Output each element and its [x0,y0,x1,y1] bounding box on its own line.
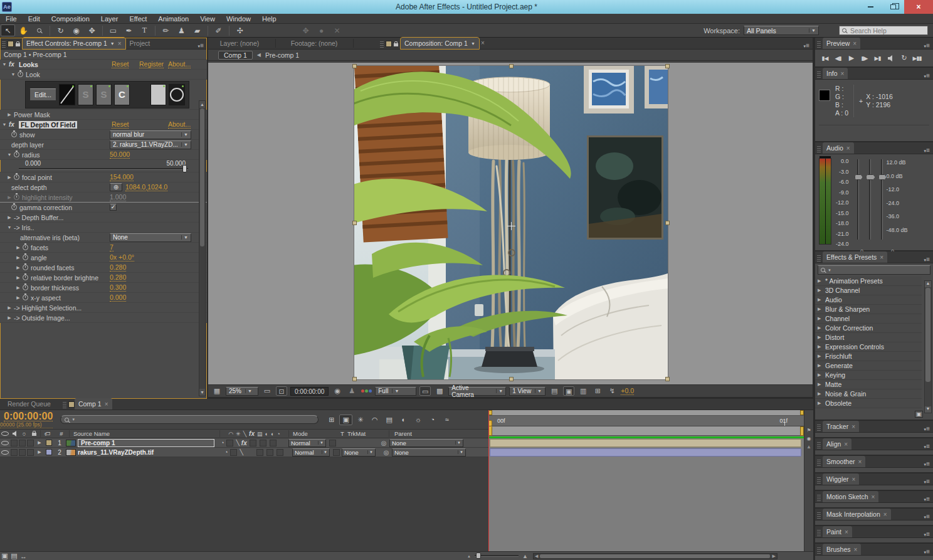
stopwatch-icon[interactable] [14,174,19,180]
fx-switch-icon[interactable]: fx [241,440,247,446]
panel-menu-icon[interactable]: ▼≡ [919,425,933,432]
expander-icon[interactable]: ▶ [14,265,23,270]
audio-right-slider[interactable] [881,159,883,240]
looks-thumb-blank[interactable] [150,84,166,105]
timeline-track-area[interactable]: 00f 01f [488,410,804,551]
category-generate[interactable]: ▶Generate [815,361,922,371]
clone-stamp-tool-icon[interactable]: ♟ [174,24,189,36]
panel-gripper[interactable] [817,494,821,501]
expander-icon[interactable]: ▶ [5,305,14,310]
expander-icon[interactable]: ▶ [14,285,23,290]
focal-point-value[interactable]: 154.000 [110,173,134,181]
quality-switch-icon[interactable]: ╲ [236,440,239,446]
panel-menu-icon[interactable]: ▼≡ [919,495,933,502]
hide-shy-layers-icon[interactable]: ◠ [368,415,381,425]
menu-animation[interactable]: Animation [152,14,194,24]
group-row-outside-image[interactable]: ▶ -> Outside Image... [0,313,207,323]
panel-menu-icon[interactable]: ▼≡ [919,531,933,537]
layer-anchor-point[interactable] [507,222,515,230]
tab-close-icon[interactable]: × [853,40,857,47]
category-3d-channel[interactable]: ▶3D Channel [815,286,922,295]
panel-gripper[interactable] [817,511,821,519]
search-options-icon[interactable]: ▼ [828,268,831,272]
rounded-facets-value[interactable]: 0.280 [110,263,126,272]
panel-menu-icon[interactable]: ▼≡ [919,256,933,263]
motion-blur-icon[interactable]: ◐ [397,415,410,425]
selection-handle-top-center[interactable] [509,64,514,68]
brainstorm-icon[interactable]: ☼ [411,415,424,425]
quality-switch-icon[interactable]: ╲ [240,449,243,456]
effects-presets-scrollbar[interactable]: ▲ ▼ [924,280,932,413]
tab-brushes[interactable]: Brushes× [823,544,861,555]
slider-thumb[interactable] [866,174,875,180]
layer-mode-dropdown[interactable]: Normal▼ [292,448,330,457]
category-animation-presets[interactable]: ▶* Animation Presets [815,277,922,286]
panel-gripper[interactable] [817,40,821,48]
layer-name[interactable]: rakurs_11.VRayZDepth.tif [78,449,218,456]
last-frame-button[interactable]: ▶▮ [872,53,883,63]
tab-dropdown-icon[interactable]: ▼ [471,41,475,46]
collapse-transformations-icon[interactable]: ◔ [224,449,228,456]
effects-search-box[interactable]: ▼ [818,265,930,275]
expand-in-out-icon[interactable]: ↔ [19,551,28,560]
selection-tool-icon[interactable]: ↖ [1,24,15,36]
selection-handle-mid-left[interactable] [352,221,357,225]
layer-expander-icon[interactable]: ▶ [34,440,45,445]
category-keying[interactable]: ▶Keying [815,371,922,380]
previous-frame-button[interactable]: ◀▮ [832,53,844,63]
menu-file[interactable]: File [0,14,23,24]
panel-menu-icon[interactable]: ▼≡ [919,443,933,450]
switch-cell[interactable] [256,449,263,456]
layer-expander-icon[interactable]: ▶ [34,450,45,455]
tab-close-icon[interactable]: × [851,423,855,430]
pan-behind-tool-icon[interactable]: ✥ [85,24,99,36]
looks-reset-link[interactable]: Reset [112,60,129,68]
roto-brush-tool-icon[interactable]: ✐ [211,24,226,36]
effect-name[interactable]: Looks [19,61,38,68]
scrollbar-thumb[interactable] [925,288,930,382]
category-expression-controls[interactable]: ▶Expression Controls [815,342,922,352]
menu-edit[interactable]: Edit [23,14,46,24]
stopwatch-icon[interactable] [14,152,19,157]
switch-cell[interactable] [230,449,237,456]
mode-column-header[interactable]: Mode [288,430,337,437]
radius-slider-track[interactable] [19,168,188,170]
switch-cell[interactable] [266,449,273,456]
tab-comp-1[interactable]: Comp 1 × [75,398,112,409]
stopwatch-icon[interactable] [23,245,28,250]
category-audio[interactable]: ▶Audio [815,295,922,305]
tab-project[interactable]: Project [126,38,154,49]
tab-preview[interactable]: Preview× [823,38,860,49]
lock-icon[interactable] [394,43,398,46]
panel-gripper[interactable] [817,441,821,448]
collapse-transformations-icon[interactable]: ◔ [221,440,224,446]
category-color-correction[interactable]: ▶Color Correction [815,324,922,333]
expander-icon[interactable]: ▶ [5,215,14,220]
expander-icon[interactable]: ▶ [14,255,23,260]
composition-image[interactable] [354,66,668,379]
safe-margins-icon[interactable]: ▭ [261,387,273,395]
alternative-iris-dropdown[interactable]: None▼ [110,233,191,242]
panel-gripper[interactable] [817,423,821,431]
pen-tool-icon[interactable]: ✒ [122,24,136,36]
close-button[interactable]: × [904,0,933,14]
switch-cell[interactable] [250,440,256,446]
looks-edit-button[interactable]: Edit... [29,88,56,101]
category-obsolete[interactable]: ▶Obsolete [815,399,922,408]
layer-2-duration-bar[interactable] [490,448,801,457]
selection-handle-bottom-right[interactable] [665,377,670,381]
tab-close-icon[interactable]: × [880,254,883,261]
breadcrumb-back-icon[interactable]: ◀ [257,52,261,58]
zoom-tool-icon[interactable] [32,24,46,36]
panel-gripper[interactable] [380,40,384,48]
tab-motion-sketch[interactable]: Motion Sketch× [823,491,878,502]
looks-thumb-curve[interactable] [59,84,75,105]
hand-tool-icon[interactable]: ✋ [16,24,31,36]
tab-effect-controls[interactable]: Effect Controls: Pre-comp 1 ▼ × [23,38,125,49]
slider-thumb[interactable] [878,174,887,180]
expander-icon[interactable]: ▶ [5,195,14,200]
solo-toggle-cell[interactable] [19,440,26,446]
viewer-timecode[interactable]: 0:00:00:00 [290,387,329,396]
gamma-checkbox[interactable]: ✓ [110,204,117,211]
lock-toggle-cell[interactable] [27,440,34,446]
